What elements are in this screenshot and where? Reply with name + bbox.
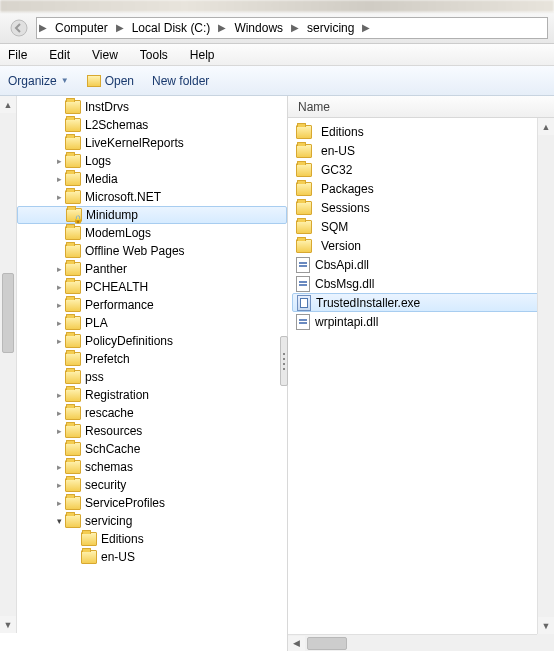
list-vscrollbar[interactable]: ▲ ▼ — [537, 118, 554, 634]
tree-item-label: Media — [85, 172, 118, 186]
tree-item[interactable]: ▾servicing — [17, 512, 287, 530]
expand-icon[interactable]: ▸ — [53, 174, 65, 184]
exe-file-icon — [297, 295, 311, 311]
list-item[interactable]: CbsApi.dll — [288, 255, 554, 274]
expand-icon[interactable]: ▸ — [53, 408, 65, 418]
tree-item[interactable]: ▸Panther — [17, 260, 287, 278]
tree-scrollbar[interactable]: ▲ ▼ — [0, 96, 17, 633]
tree-item[interactable]: ▸PCHEALTH — [17, 278, 287, 296]
splitter-handle[interactable] — [280, 336, 288, 386]
list-item[interactable]: TrustedInstaller.exe — [292, 293, 550, 312]
list-item[interactable]: Packages — [288, 179, 554, 198]
expand-icon[interactable]: ▸ — [53, 300, 65, 310]
tree-item-label: SchCache — [85, 442, 140, 456]
scroll-track[interactable] — [0, 113, 16, 616]
folder-icon — [296, 182, 312, 196]
folder-icon — [65, 370, 81, 384]
list-item[interactable]: wrpintapi.dll — [288, 312, 554, 331]
breadcrumb-segment[interactable]: servicing — [301, 18, 360, 38]
menu-edit[interactable]: Edit — [45, 46, 74, 64]
tree-item[interactable]: ▸Microsoft.NET — [17, 188, 287, 206]
list-item[interactable]: SQM — [288, 217, 554, 236]
folder-icon — [65, 136, 81, 150]
expand-icon[interactable]: ▸ — [53, 156, 65, 166]
collapse-icon[interactable]: ▾ — [53, 516, 65, 526]
expand-icon[interactable]: ▸ — [53, 282, 65, 292]
organize-label: Organize — [8, 74, 57, 88]
scroll-up-icon[interactable]: ▲ — [538, 118, 554, 135]
expand-icon[interactable]: ▸ — [53, 480, 65, 490]
tree-item[interactable]: pss — [17, 368, 287, 386]
scroll-thumb[interactable] — [2, 273, 14, 353]
menu-view[interactable]: View — [88, 46, 122, 64]
tree-item[interactable]: ▸Media — [17, 170, 287, 188]
breadcrumb-segment[interactable]: Computer — [49, 18, 114, 38]
folder-icon — [296, 163, 312, 177]
tree-item[interactable]: InstDrvs — [17, 98, 287, 116]
tree-item[interactable]: ▸PolicyDefinitions — [17, 332, 287, 350]
tree-item[interactable]: en-US — [17, 548, 287, 566]
menu-file[interactable]: File — [4, 46, 31, 64]
list-item[interactable]: GC32 — [288, 160, 554, 179]
expand-icon[interactable]: ▸ — [53, 498, 65, 508]
list-header[interactable]: Name — [288, 96, 554, 118]
expand-icon[interactable]: ▸ — [53, 426, 65, 436]
back-button[interactable] — [6, 16, 32, 40]
tree-item[interactable]: ▸security — [17, 476, 287, 494]
tree-item[interactable]: Prefetch — [17, 350, 287, 368]
list-item-label: Sessions — [321, 201, 370, 215]
list-item[interactable]: en-US — [288, 141, 554, 160]
breadcrumb-segment[interactable]: Windows — [228, 18, 289, 38]
tree-item[interactable]: ▸rescache — [17, 404, 287, 422]
expand-icon[interactable]: ▸ — [53, 264, 65, 274]
expand-icon[interactable]: ▸ — [53, 462, 65, 472]
organize-button[interactable]: Organize ▼ — [8, 74, 69, 88]
tree-item[interactable]: LiveKernelReports — [17, 134, 287, 152]
expand-icon[interactable]: ▸ — [53, 192, 65, 202]
tree-item-label: security — [85, 478, 126, 492]
list-item[interactable]: Editions — [288, 122, 554, 141]
chevron-right-icon: ▶ — [289, 22, 301, 33]
tree-item[interactable]: ▸Registration — [17, 386, 287, 404]
tree-item-label: ServiceProfiles — [85, 496, 165, 510]
tree-item[interactable]: ▸ServiceProfiles — [17, 494, 287, 512]
list-item-label: CbsApi.dll — [315, 258, 369, 272]
tree-item[interactable]: ▸schemas — [17, 458, 287, 476]
list-hscrollbar[interactable]: ◀ — [288, 634, 537, 651]
expand-icon[interactable]: ▸ — [53, 390, 65, 400]
chevron-right-icon: ▶ — [114, 22, 126, 33]
breadcrumb[interactable]: ▶ Computer ▶ Local Disk (C:) ▶ Windows ▶… — [36, 17, 548, 39]
scroll-down-icon[interactable]: ▼ — [0, 616, 16, 633]
scroll-up-icon[interactable]: ▲ — [0, 96, 16, 113]
tree-item[interactable]: ▸Resources — [17, 422, 287, 440]
folder-icon — [65, 406, 81, 420]
list-item[interactable]: CbsMsg.dll — [288, 274, 554, 293]
dll-file-icon — [296, 276, 310, 292]
scroll-down-icon[interactable]: ▼ — [538, 617, 554, 634]
scroll-left-icon[interactable]: ◀ — [288, 636, 305, 651]
expand-icon[interactable]: ▸ — [53, 318, 65, 328]
scroll-thumb[interactable] — [307, 637, 347, 650]
tree-item[interactable]: ModemLogs — [17, 224, 287, 242]
tree-item[interactable]: ▸Logs — [17, 152, 287, 170]
tree-item[interactable]: SchCache — [17, 440, 287, 458]
folder-icon — [65, 190, 81, 204]
tree-item[interactable]: Editions — [17, 530, 287, 548]
breadcrumb-segment[interactable]: Local Disk (C:) — [126, 18, 217, 38]
tree-item[interactable]: ▸PLA — [17, 314, 287, 332]
folder-icon — [296, 144, 312, 158]
open-button[interactable]: Open — [87, 74, 134, 88]
menu-help[interactable]: Help — [186, 46, 219, 64]
expand-icon[interactable]: ▸ — [53, 336, 65, 346]
menu-tools[interactable]: Tools — [136, 46, 172, 64]
new-folder-button[interactable]: New folder — [152, 74, 209, 88]
main-area: ▲ ▼ InstDrvsL2SchemasLiveKernelReports▸L… — [0, 96, 554, 651]
tree-item[interactable]: Offline Web Pages — [17, 242, 287, 260]
tree-item[interactable]: ▸Performance — [17, 296, 287, 314]
tree-item[interactable]: Minidump — [17, 206, 287, 224]
tree-pane: ▲ ▼ InstDrvsL2SchemasLiveKernelReports▸L… — [0, 96, 288, 651]
list-item[interactable]: Version — [288, 236, 554, 255]
list-item[interactable]: Sessions — [288, 198, 554, 217]
tree-item[interactable]: L2Schemas — [17, 116, 287, 134]
column-name[interactable]: Name — [298, 100, 330, 114]
